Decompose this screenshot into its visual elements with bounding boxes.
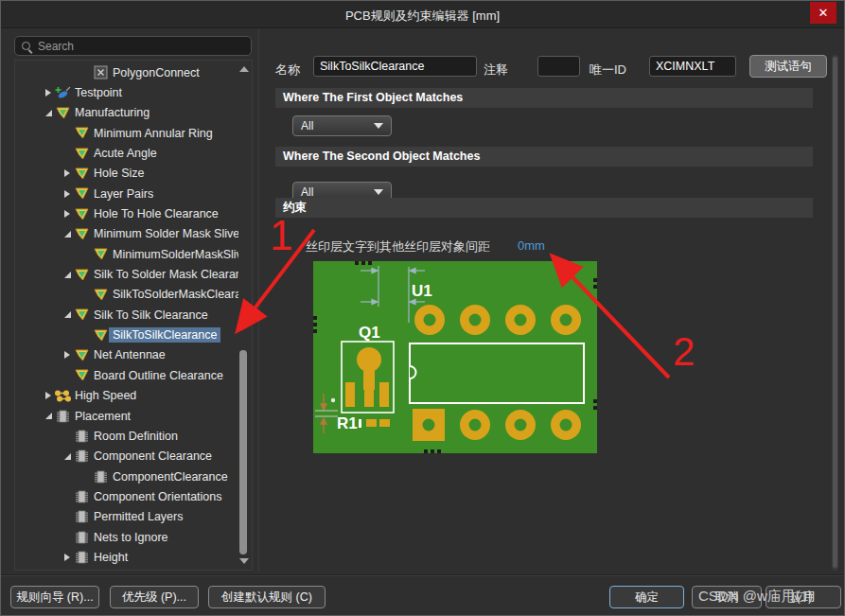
- search-box[interactable]: [14, 36, 252, 56]
- tree-item[interactable]: Silk To Silk Clearance: [15, 305, 238, 325]
- rule-name-input[interactable]: [313, 56, 477, 77]
- tree-item-label[interactable]: Component Orientations: [90, 489, 226, 504]
- unique-id-input[interactable]: [649, 56, 736, 77]
- tree-item[interactable]: ComponentClearance: [15, 466, 238, 486]
- rule-wizard-button[interactable]: 规则向导 (R)...: [10, 586, 99, 608]
- unique-id-label: 唯一ID: [590, 62, 626, 79]
- tree-item[interactable]: Component Orientations: [15, 486, 238, 506]
- apply-button[interactable]: 应用: [766, 586, 841, 608]
- tree-item[interactable]: Minimum Annular Ring: [15, 123, 238, 143]
- collapse-icon[interactable]: [45, 110, 52, 116]
- tree-item-label[interactable]: Board Outline Clearance: [90, 368, 227, 383]
- tree-item-label[interactable]: Room Definition: [90, 429, 182, 444]
- tree-item-label[interactable]: Minimum Solder Mask Sliver: [90, 226, 238, 241]
- tree-item[interactable]: Component Clearance: [15, 447, 238, 466]
- collapse-icon[interactable]: [64, 272, 71, 278]
- expand-icon[interactable]: [64, 554, 70, 561]
- tree-item-label[interactable]: High Speed: [71, 388, 140, 403]
- tree-item-label[interactable]: Acute Angle: [90, 146, 161, 161]
- close-button[interactable]: ✕: [810, 2, 836, 24]
- comment-input[interactable]: [537, 56, 580, 77]
- expand-icon[interactable]: [64, 190, 70, 198]
- priorities-button[interactable]: 优先级 (P)...: [110, 586, 199, 608]
- tree-item-label[interactable]: Component Clearance: [90, 449, 216, 464]
- search-input[interactable]: [36, 39, 225, 54]
- tree-item-label[interactable]: Minimum Annular Ring: [90, 126, 217, 141]
- tree-item-label[interactable]: Manufacturing: [71, 105, 153, 120]
- tree-item[interactable]: PolygonConnect: [15, 62, 238, 82]
- tree-item-label[interactable]: SilkToSolderMaskClearance: [109, 287, 238, 302]
- expand-icon[interactable]: [45, 392, 51, 399]
- tree-item[interactable]: Hole Size: [15, 164, 238, 184]
- tree-item-label[interactable]: Layer Pairs: [90, 186, 157, 202]
- collapse-icon[interactable]: [45, 413, 52, 419]
- tree-item-label[interactable]: Permitted Layers: [90, 509, 186, 524]
- tree-item-label[interactable]: Testpoint: [71, 85, 126, 100]
- dropdown-value: All: [301, 185, 374, 199]
- tree-item-label[interactable]: MinimumSolderMaskSliver: [109, 247, 238, 262]
- chip-icon: [74, 551, 90, 564]
- tree-item-label[interactable]: Silk To Silk Clearance: [90, 308, 212, 323]
- collapse-icon[interactable]: [64, 231, 71, 238]
- tree-item[interactable]: Net Antennae: [15, 345, 238, 365]
- comment-label: 注释: [484, 62, 508, 79]
- expand-icon[interactable]: [45, 89, 51, 97]
- tree-item[interactable]: Silk To Solder Mask Clearance: [15, 264, 238, 284]
- cancel-button[interactable]: 取消: [692, 586, 762, 608]
- expand-icon[interactable]: [64, 169, 70, 177]
- test-query-button[interactable]: 测试语句: [749, 55, 827, 78]
- tree-item[interactable]: MinimumSolderMaskSliver: [15, 244, 238, 264]
- rule-icon: [74, 228, 90, 240]
- scrollbar-thumb[interactable]: [239, 350, 247, 554]
- scroll-up-icon[interactable]: [239, 66, 249, 72]
- tree-item[interactable]: SilkToSolderMaskClearance: [15, 285, 238, 305]
- rule-icon: [74, 308, 90, 321]
- tree-item-label[interactable]: Height: [90, 550, 132, 565]
- tree-item-label[interactable]: Silk To Solder Mask Clearance: [90, 267, 238, 282]
- tree-item-label[interactable]: Hole Size: [90, 166, 149, 181]
- ok-button[interactable]: 确定: [609, 586, 684, 608]
- rule-icon: [93, 248, 109, 260]
- tree-item[interactable]: Hole To Hole Clearance: [15, 203, 238, 223]
- constraints-header: 约束: [275, 198, 813, 218]
- tree-scrollbar[interactable]: [238, 62, 250, 568]
- first-object-dropdown[interactable]: All: [292, 115, 392, 136]
- collapse-icon[interactable]: [64, 453, 71, 460]
- expand-icon[interactable]: [64, 210, 70, 218]
- tree-item-label[interactable]: ComponentClearance: [109, 469, 232, 484]
- expand-icon[interactable]: [64, 351, 70, 359]
- tree-item[interactable]: Board Outline Clearance: [15, 365, 238, 385]
- tree-item[interactable]: Placement: [15, 406, 238, 426]
- tree-item-label[interactable]: PolygonConnect: [109, 65, 203, 80]
- scrollbar-thumb[interactable]: [833, 57, 837, 568]
- tree-item[interactable]: Nets to Ignore: [15, 527, 238, 547]
- annotation-marker-2: 2: [673, 329, 695, 374]
- second-object-matches-header: Where The Second Object Matches: [275, 147, 813, 167]
- tree-item[interactable]: Testpoint: [15, 82, 238, 102]
- tree-item[interactable]: Layer Pairs: [15, 184, 238, 203]
- tree-item[interactable]: Manufacturing: [15, 103, 238, 123]
- chip-icon: [74, 430, 90, 443]
- tree-item[interactable]: Permitted Layers: [15, 507, 238, 527]
- tree-item[interactable]: Height: [15, 547, 238, 567]
- panel-divider: [258, 29, 259, 572]
- tree-item-label[interactable]: Nets to Ignore: [90, 530, 172, 545]
- tree-item[interactable]: Acute Angle: [15, 143, 238, 163]
- rule-icon: [74, 167, 90, 180]
- tree-item-label[interactable]: Placement: [71, 409, 134, 424]
- tree-item-label[interactable]: Hole To Hole Clearance: [90, 206, 222, 221]
- tree-item-label[interactable]: Net Antennae: [90, 347, 169, 362]
- footer-divider: [1, 574, 844, 576]
- tree-item[interactable]: Room Definition: [15, 426, 238, 446]
- silk-clearance-value[interactable]: 0mm: [518, 238, 545, 253]
- polygon-connect-icon: [93, 65, 109, 79]
- designator-u1: U1: [412, 282, 432, 300]
- tree-item[interactable]: High Speed: [15, 386, 238, 406]
- scroll-down-icon[interactable]: [239, 558, 249, 564]
- tree-item[interactable]: SilkToSilkClearance: [15, 325, 238, 344]
- tree-item[interactable]: Minimum Solder Mask Sliver: [15, 224, 238, 244]
- collapse-icon[interactable]: [64, 311, 71, 318]
- panel-scrollbar[interactable]: [832, 55, 838, 571]
- tree-item-label[interactable]: SilkToSilkClearance: [109, 327, 220, 343]
- create-default-rules-button[interactable]: 创建默认规则 (C): [208, 586, 326, 608]
